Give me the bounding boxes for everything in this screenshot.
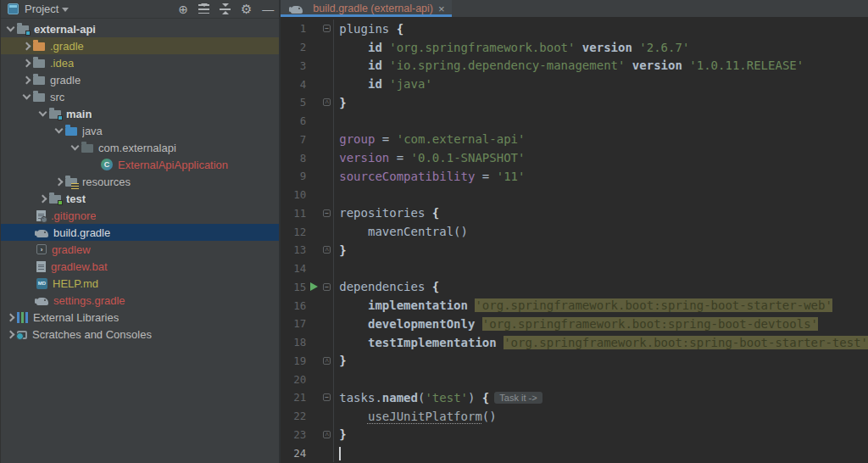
fold-start-icon[interactable]: − [323, 209, 331, 217]
collapse-all-icon[interactable] [220, 4, 231, 14]
chevron-down-icon[interactable] [7, 24, 15, 32]
tree-item-externalapiapplication[interactable]: CExternalApiApplication [1, 156, 279, 173]
chevron-down-icon[interactable] [71, 142, 80, 151]
line-number[interactable]: 8 [281, 152, 306, 165]
chevron-right-icon[interactable] [7, 313, 15, 321]
line-number[interactable]: 15 [281, 281, 306, 293]
editor-tab-build-gradle[interactable]: build.gradle (external-api) × [281, 0, 451, 17]
code-line-9[interactable]: 9sourceCompatibility = '11' [281, 167, 868, 186]
code-editor[interactable]: 1−plugins {2 id 'org.springframework.boo… [281, 18, 868, 463]
line-number[interactable]: 14 [281, 262, 306, 275]
line-number[interactable]: 6 [281, 114, 306, 127]
settings-gear-icon[interactable]: ⚙ [241, 3, 252, 15]
fold-end-icon[interactable]: ˄ [323, 431, 331, 438]
line-number[interactable]: 9 [281, 170, 306, 182]
tree-item-src[interactable]: src [1, 88, 279, 105]
tree-item-gradlew-bat[interactable]: gradlew.bat [1, 258, 279, 275]
code-line-16[interactable]: 16 implementation 'org.springframework.b… [281, 296, 868, 315]
inlay-hint[interactable]: Task it -> [494, 392, 542, 404]
tree-item-gradlew[interactable]: ›gradlew [1, 241, 279, 258]
tree-item-gradle[interactable]: gradle [1, 71, 279, 88]
line-number[interactable]: 16 [281, 299, 306, 312]
code-line-14[interactable]: 14 [281, 259, 868, 278]
chevron-right-icon[interactable] [7, 330, 15, 338]
tree-item-gitignore[interactable]: .gitignore [1, 207, 279, 224]
fold-start-icon[interactable]: − [323, 25, 331, 32]
line-number[interactable]: 19 [281, 354, 306, 367]
chevron-down-icon[interactable] [23, 92, 31, 100]
chevron-right-icon[interactable] [23, 42, 31, 50]
line-number[interactable]: 20 [281, 373, 306, 386]
fold-start-icon[interactable]: − [323, 283, 331, 291]
line-number[interactable]: 5 [281, 96, 306, 109]
code-line-22[interactable]: 22 useJUnitPlatform() [281, 407, 868, 426]
tree-item-external-api[interactable]: external-api [1, 20, 279, 37]
code-line-19[interactable]: 19˄} [281, 352, 868, 371]
code-line-13[interactable]: 13˄} [281, 241, 868, 259]
fold-gutter[interactable]: ˄ [321, 246, 332, 254]
line-number[interactable]: 24 [281, 447, 306, 460]
fold-end-icon[interactable]: ˄ [323, 357, 331, 365]
fold-end-icon[interactable]: ˄ [323, 246, 331, 254]
fold-gutter[interactable]: − [321, 25, 332, 32]
code-line-10[interactable]: 10 [281, 186, 868, 204]
fold-end-icon[interactable]: ˄ [323, 98, 331, 106]
code-line-2[interactable]: 2 id 'org.springframework.boot' version … [281, 38, 868, 57]
tree-item-main[interactable]: main [1, 105, 279, 122]
line-number[interactable]: 4 [281, 78, 306, 91]
fold-start-icon[interactable]: − [323, 393, 331, 401]
chevron-right-icon[interactable] [55, 177, 64, 186]
fold-gutter[interactable]: − [321, 393, 332, 401]
code-line-18[interactable]: 18 testImplementation 'org.springframewo… [281, 333, 868, 352]
code-line-24[interactable]: 24 [281, 443, 868, 462]
line-number[interactable]: 2 [281, 41, 306, 53]
tree-item-settings-gradle[interactable]: settings.gradle [1, 292, 279, 309]
tree-item-resources[interactable]: resources [1, 173, 279, 190]
chevron-right-icon[interactable] [23, 59, 31, 67]
code-line-8[interactable]: 8version = '0.0.1-SNAPSHOT' [281, 148, 868, 167]
line-number[interactable]: 13 [281, 243, 306, 256]
tree-item-com-externalapi[interactable]: com.externalapi [1, 139, 279, 156]
fold-gutter[interactable]: ˄ [321, 98, 332, 106]
code-line-3[interactable]: 3 id 'io.spring.dependency-management' v… [281, 57, 868, 75]
line-number[interactable]: 17 [281, 317, 306, 330]
run-arrow-icon[interactable] [310, 282, 318, 291]
project-panel-title[interactable]: Project [25, 3, 58, 15]
line-number[interactable]: 12 [281, 226, 306, 238]
chevron-right-icon[interactable] [23, 75, 31, 84]
tree-item-java[interactable]: java [1, 122, 279, 139]
code-line-1[interactable]: 1−plugins { [281, 20, 868, 38]
tree-item-idea[interactable]: .idea [1, 54, 279, 71]
line-number[interactable]: 3 [281, 59, 306, 72]
run-gutter-icon[interactable] [306, 282, 321, 291]
line-number[interactable]: 1 [281, 22, 306, 35]
hide-panel-icon[interactable]: — [262, 3, 274, 15]
chevron-right-icon[interactable] [39, 194, 47, 203]
fold-gutter[interactable]: − [321, 283, 332, 291]
code-line-4[interactable]: 4 id 'java' [281, 75, 868, 93]
line-number[interactable]: 23 [281, 428, 306, 441]
tab-close-icon[interactable]: × [438, 3, 445, 14]
tree-item-gradle[interactable]: .gradle [1, 37, 279, 54]
code-line-15[interactable]: 15−dependencies { [281, 278, 868, 297]
chevron-down-icon[interactable] [55, 126, 64, 134]
code-line-6[interactable]: 6 [281, 112, 868, 131]
locate-icon[interactable]: ⊕ [178, 3, 188, 15]
project-view-dropdown-icon[interactable] [62, 8, 69, 12]
chevron-down-icon[interactable] [39, 109, 47, 117]
code-line-5[interactable]: 5˄} [281, 93, 868, 112]
line-number[interactable]: 21 [281, 391, 306, 404]
code-line-12[interactable]: 12 mavenCentral() [281, 222, 868, 241]
line-number[interactable]: 11 [281, 207, 306, 220]
code-line-17[interactable]: 17 developmentOnly 'org.springframework.… [281, 315, 868, 333]
tree-item-build-gradle[interactable]: build.gradle [1, 224, 279, 241]
line-number[interactable]: 22 [281, 410, 306, 422]
expand-all-icon[interactable] [198, 4, 209, 14]
fold-gutter[interactable]: ˄ [321, 357, 332, 365]
code-line-21[interactable]: 21−tasks.named('test') {Task it -> [281, 388, 868, 407]
line-number[interactable]: 7 [281, 133, 306, 146]
code-line-20[interactable]: 20 [281, 370, 868, 388]
fold-gutter[interactable]: ˄ [321, 431, 332, 438]
line-number[interactable]: 18 [281, 336, 306, 349]
tree-item-help-md[interactable]: MDHELP.md [1, 275, 279, 292]
